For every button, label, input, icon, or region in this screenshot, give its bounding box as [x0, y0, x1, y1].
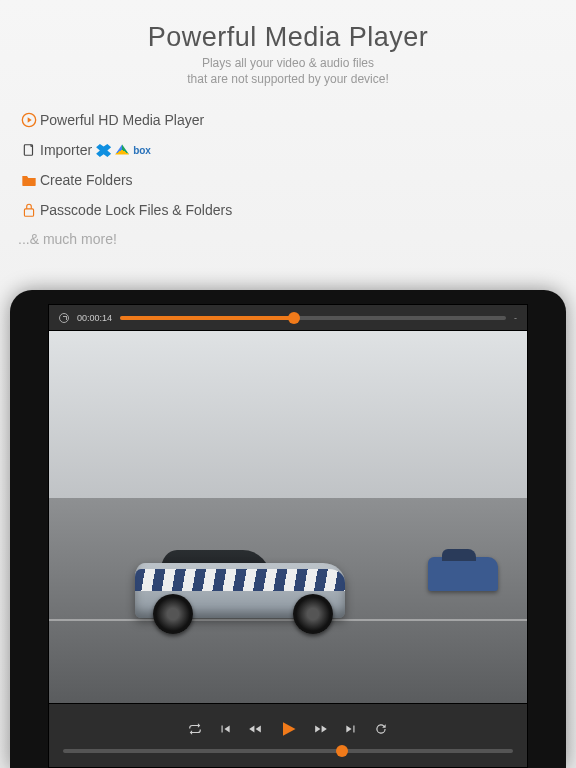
video-police-car-graphic: [428, 557, 498, 591]
more-text: ...& much more!: [18, 231, 576, 247]
feature-importer: Importer box: [18, 135, 576, 165]
play-button[interactable]: [278, 719, 298, 739]
svg-rect-2: [24, 209, 33, 216]
box-icon: box: [133, 145, 151, 156]
import-icon: [18, 143, 40, 157]
feature-label: Passcode Lock Files & Folders: [40, 202, 232, 218]
page-title: Powerful Media Player: [0, 22, 576, 53]
feature-list: Powerful HD Media Player Importer box Cr…: [18, 105, 576, 225]
feature-hd-player: Powerful HD Media Player: [18, 105, 576, 135]
player-bottom-bar: [49, 703, 527, 767]
rewind-button[interactable]: [248, 722, 262, 736]
player-top-bar: 00:00:14 -: [49, 305, 527, 331]
feature-create-folders: Create Folders: [18, 165, 576, 195]
video-car-graphic: [135, 526, 345, 636]
fast-forward-button[interactable]: [314, 722, 328, 736]
folder-icon: [18, 173, 40, 187]
elapsed-time: 00:00:14: [77, 313, 112, 323]
feature-label: Importer: [40, 142, 92, 158]
seek-progress: [120, 316, 294, 320]
playback-controls: [188, 719, 388, 739]
clock-icon: [59, 313, 69, 323]
header: Powerful Media Player Plays all your vid…: [0, 0, 576, 87]
cloud-services: box: [96, 144, 151, 157]
feature-passcode: Passcode Lock Files & Folders: [18, 195, 576, 225]
feature-label: Create Folders: [40, 172, 133, 188]
play-circle-icon: [18, 112, 40, 128]
seek-bar-top[interactable]: [120, 316, 506, 320]
skip-back-button[interactable]: [218, 722, 232, 736]
subtitle-line2: that are not supported by your device!: [0, 71, 576, 87]
remaining-time: -: [514, 313, 517, 323]
video-frame[interactable]: [49, 331, 527, 703]
tablet-mockup: 00:00:14 -: [10, 290, 566, 768]
lock-icon: [18, 202, 40, 218]
seek-bar-bottom[interactable]: [63, 749, 513, 753]
volume-knob[interactable]: [336, 745, 348, 757]
shuffle-button[interactable]: [374, 722, 388, 736]
skip-forward-button[interactable]: [344, 722, 358, 736]
subtitle-line1: Plays all your video & audio files: [0, 55, 576, 71]
repeat-button[interactable]: [188, 722, 202, 736]
seek-knob[interactable]: [288, 312, 300, 324]
google-drive-icon: [115, 144, 129, 156]
feature-label: Powerful HD Media Player: [40, 112, 204, 128]
dropbox-icon: [96, 144, 111, 157]
player-screen: 00:00:14 -: [48, 304, 528, 768]
